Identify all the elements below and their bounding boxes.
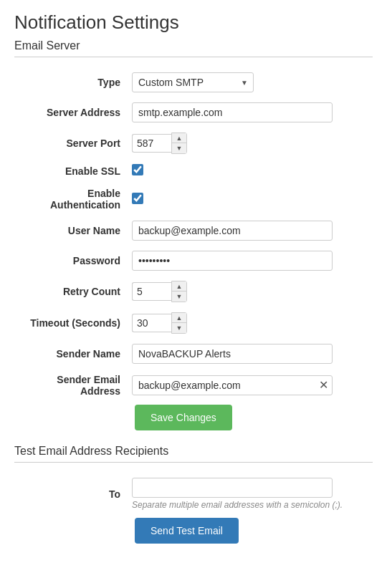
server-port-down-button[interactable]: ▼ — [172, 143, 186, 153]
save-changes-button[interactable]: Save Changes — [135, 405, 232, 430]
timeout-down-button[interactable]: ▼ — [172, 323, 186, 333]
enable-ssl-checkbox[interactable] — [132, 164, 143, 175]
sender-name-row: Sender Name — [14, 339, 373, 369]
sender-email-wrapper: ✕ — [132, 375, 333, 395]
username-label: User Name — [14, 216, 129, 246]
password-row: Password — [14, 246, 373, 276]
server-address-input[interactable] — [132, 102, 333, 122]
timeout-row: Timeout (Seconds) ▲ ▼ — [14, 307, 373, 339]
page-title: Notification Settings — [14, 11, 373, 34]
timeout-spinner: ▲ ▼ — [132, 312, 370, 334]
retry-count-spinner: ▲ ▼ — [132, 281, 370, 302]
type-select-wrapper: Custom SMTP Gmail Office 365 Default — [132, 72, 254, 92]
retry-count-label: Retry Count — [14, 276, 129, 307]
password-input[interactable] — [132, 251, 333, 271]
retry-count-down-button[interactable]: ▼ — [172, 291, 186, 302]
username-row: User Name — [14, 216, 373, 246]
enable-auth-checkbox[interactable] — [132, 193, 143, 204]
sender-email-row: Sender Email Address ✕ — [14, 369, 373, 402]
to-hint: Separate multiple email addresses with a… — [132, 500, 370, 510]
sender-email-input[interactable] — [132, 375, 333, 395]
email-server-section-title: Email Server — [14, 39, 373, 57]
server-port-spinner-buttons: ▲ ▼ — [171, 132, 187, 154]
sender-email-label: Sender Email Address — [14, 369, 129, 402]
timeout-up-button[interactable]: ▲ — [172, 313, 186, 323]
retry-count-up-button[interactable]: ▲ — [172, 281, 186, 291]
server-port-row: Server Port ▲ ▼ — [14, 127, 373, 159]
to-label: To — [14, 473, 129, 515]
timeout-spinner-buttons: ▲ ▼ — [171, 312, 187, 334]
type-label: Type — [14, 67, 129, 97]
type-select[interactable]: Custom SMTP Gmail Office 365 Default — [132, 72, 254, 92]
to-input[interactable] — [132, 478, 333, 498]
sender-name-label: Sender Name — [14, 339, 129, 369]
server-port-label: Server Port — [14, 127, 129, 159]
enable-auth-label: Enable Authentication — [14, 183, 129, 216]
timeout-label: Timeout (Seconds) — [14, 307, 129, 339]
server-port-input[interactable] — [132, 134, 171, 153]
enable-ssl-row: Enable SSL — [14, 159, 373, 183]
server-port-spinner: ▲ ▼ — [132, 132, 370, 154]
server-address-row: Server Address — [14, 97, 373, 127]
enable-ssl-label: Enable SSL — [14, 159, 129, 183]
retry-count-spinner-buttons: ▲ ▼ — [171, 281, 187, 302]
type-row: Type Custom SMTP Gmail Office 365 Defaul… — [14, 67, 373, 97]
send-test-email-button[interactable]: Send Test Email — [135, 518, 239, 544]
test-email-section: Test Email Address Recipients To Separat… — [14, 445, 373, 544]
server-address-label: Server Address — [14, 97, 129, 127]
sender-email-clear-button[interactable]: ✕ — [319, 380, 328, 391]
email-server-form: Type Custom SMTP Gmail Office 365 Defaul… — [14, 67, 373, 402]
test-email-form: To Separate multiple email addresses wit… — [14, 473, 373, 515]
sender-name-input[interactable] — [132, 344, 333, 364]
test-email-section-title: Test Email Address Recipients — [14, 445, 373, 463]
server-port-up-button[interactable]: ▲ — [172, 133, 186, 143]
retry-count-row: Retry Count ▲ ▼ — [14, 276, 373, 307]
password-label: Password — [14, 246, 129, 276]
retry-count-input[interactable] — [132, 282, 171, 301]
enable-auth-row: Enable Authentication — [14, 183, 373, 216]
username-input[interactable] — [132, 221, 333, 241]
to-row: To Separate multiple email addresses wit… — [14, 473, 373, 515]
timeout-input[interactable] — [132, 314, 171, 332]
